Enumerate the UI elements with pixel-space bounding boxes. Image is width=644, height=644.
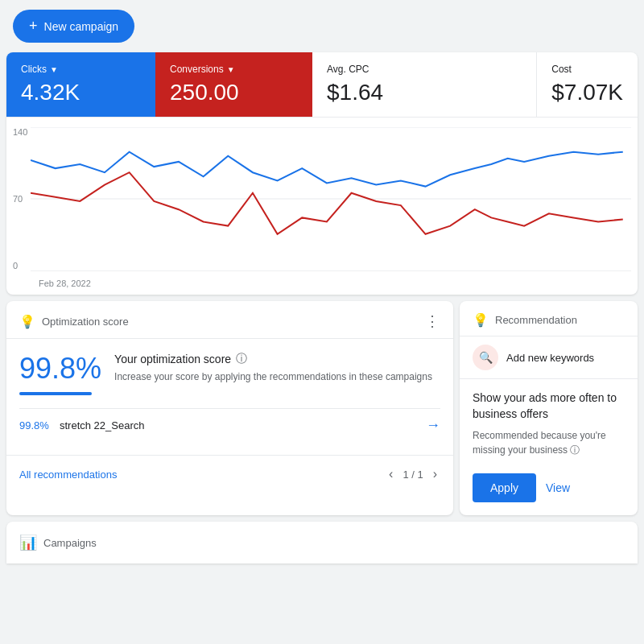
plus-icon: + (29, 18, 38, 35)
recommendation-panel-header: 💡 Recommendation (460, 301, 638, 336)
apply-button[interactable]: Apply (473, 473, 536, 502)
add-keywords-item[interactable]: 🔍 Add new keywords (460, 336, 638, 379)
arrow-right-icon: → (426, 417, 440, 434)
more-options-icon[interactable]: ⋮ (425, 312, 440, 330)
bottom-panels: 💡 Optimization score ⋮ 99.8% Your optimi… (6, 301, 638, 515)
optimization-panel-footer: All recommendations ‹ 1 / 1 › (6, 455, 453, 493)
optimization-score-big: 99.8% (19, 352, 101, 386)
avg-cpc-label: Avg. CPC (327, 64, 522, 75)
chart-svg (31, 127, 631, 271)
optimization-description: Your optimization score ⓘ Increase your … (114, 352, 432, 395)
cost-value: $7.07K (551, 80, 623, 105)
pagination: ‹ 1 / 1 › (386, 465, 440, 483)
campaign-score: 99.8% (19, 419, 60, 431)
chart-y-labels: 140 70 0 (13, 127, 27, 270)
conversions-chevron-icon: ▼ (227, 65, 235, 74)
rec-actions: Apply View (460, 467, 638, 515)
optimization-panel-body: 99.8% Your optimization score ⓘ Increase… (6, 339, 453, 455)
bulb-icon: 💡 (19, 314, 35, 329)
rec-main-heading: Show your ads more often to business off… (473, 390, 625, 422)
top-bar: + New campaign (0, 0, 644, 52)
recommendation-panel-title: 💡 Recommendation (473, 312, 577, 328)
metrics-card: Clicks ▼ 4.32K Conversions ▼ 250.00 Avg.… (6, 52, 638, 295)
add-keywords-text: Add new keywords (506, 352, 594, 364)
progress-bar-fill (19, 392, 92, 395)
recommendation-bulb-icon: 💡 (473, 312, 489, 328)
clicks-metric[interactable]: Clicks ▼ 4.32K (6, 52, 155, 117)
rec-sub-text: Recommended because you're missing your … (460, 428, 638, 467)
new-campaign-label: New campaign (44, 20, 119, 33)
optimization-panel-title: 💡 Optimization score (19, 314, 129, 329)
page-indicator: 1 / 1 (402, 469, 423, 481)
clicks-value: 4.32K (21, 80, 141, 105)
rec-sub-content: Recommended because you're missing your … (473, 430, 606, 456)
optimization-panel: 💡 Optimization score ⋮ 99.8% Your optimi… (6, 301, 453, 515)
opt-score-big-container: 99.8% (19, 352, 101, 395)
recommendation-title-text: Recommendation (495, 314, 577, 326)
clicks-label: Clicks ▼ (21, 64, 141, 75)
conversions-label: Conversions ▼ (170, 64, 298, 75)
view-button[interactable]: View (546, 481, 570, 494)
recommendation-panel: 💡 Recommendation 🔍 Add new keywords Show… (460, 301, 638, 515)
optimization-title-text: Optimization score (42, 316, 129, 328)
chart-x-label: Feb 28, 2022 (39, 279, 91, 288)
campaign-name: stretch 22_Search (60, 419, 426, 431)
campaign-row[interactable]: 99.8% stretch 22_Search → (19, 408, 440, 442)
optimization-main: 99.8% Your optimization score ⓘ Increase… (19, 352, 440, 395)
bar-chart-icon: 📊 (19, 534, 37, 551)
campaigns-strip-title: Campaigns (43, 537, 97, 549)
clicks-chevron-icon: ▼ (50, 65, 58, 74)
optimization-desc-text: Increase your score by applying the reco… (114, 369, 432, 384)
rec-help-icon: ⓘ (570, 444, 580, 456)
avg-cpc-value: $1.64 (327, 80, 522, 105)
cost-metric: Cost $7.07K (537, 52, 638, 117)
progress-bar-container (19, 392, 92, 395)
prev-page-button[interactable]: ‹ (386, 465, 396, 483)
metrics-row: Clicks ▼ 4.32K Conversions ▼ 250.00 Avg.… (6, 52, 638, 118)
cost-label: Cost (551, 64, 623, 75)
next-page-button[interactable]: › (430, 465, 440, 483)
y-min: 0 (13, 261, 27, 270)
conversions-metric[interactable]: Conversions ▼ 250.00 (155, 52, 312, 117)
add-keywords-icon: 🔍 (473, 345, 498, 370)
conversions-value: 250.00 (170, 80, 298, 105)
help-icon: ⓘ (236, 352, 247, 366)
rec-main-text: Show your ads more often to business off… (460, 379, 638, 428)
optimization-panel-header: 💡 Optimization score ⋮ (6, 301, 453, 339)
chart-area: 140 70 0 Feb 28, 2022 (6, 118, 638, 295)
y-mid: 70 (13, 194, 27, 204)
bottom-strip: 📊 Campaigns (6, 522, 638, 564)
y-max: 140 (13, 127, 27, 137)
your-score-title: Your optimization score ⓘ (114, 352, 432, 366)
new-campaign-button[interactable]: + New campaign (13, 10, 134, 43)
avg-cpc-metric: Avg. CPC $1.64 (312, 52, 537, 117)
all-recommendations-link[interactable]: All recommendations (19, 469, 117, 481)
